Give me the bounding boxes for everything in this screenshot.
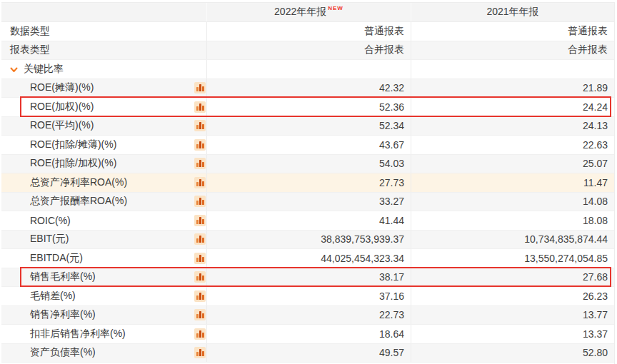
table-row-metric-15[interactable]: 销售净利率(%)22.7313.77 (1, 306, 614, 325)
row-label: ROE(平均)(%) (30, 119, 94, 132)
table-row-metric-17[interactable]: 资产负债率(%)49.5752.80 (1, 344, 614, 363)
table-row-metric-3[interactable]: ROE(摊薄)(%)42.3221.89 (1, 79, 614, 98)
row-label: ROE(扣除/加权)(%) (30, 157, 116, 170)
row-label-cell: 关键比率 (1, 60, 207, 79)
bar-chart-icon[interactable] (194, 309, 206, 320)
value-2022: 合并报表 (207, 41, 411, 60)
header-empty-cell (1, 3, 207, 21)
value-2021: 合并报表 (411, 41, 614, 60)
row-label: ROIC(%) (30, 215, 71, 226)
value-2022: 22.73 (207, 306, 411, 325)
bar-chart-icon[interactable] (194, 253, 206, 264)
row-label-cell: ROE(平均)(%) (1, 117, 207, 136)
table-row-metric-11[interactable]: EBIT(元)38,839,753,939.3710,734,835,874.4… (1, 231, 614, 250)
table-row-metric-9[interactable]: 总资产报酬率ROA(%)33.2714.08 (1, 193, 614, 212)
row-label-cell: 销售净利率(%) (1, 306, 207, 325)
row-label: EBITDA(元) (30, 252, 83, 265)
row-label: 资产负债率(%) (30, 346, 96, 359)
value-2021: 24.24 (411, 98, 614, 116)
row-label: ROE(加权)(%) (30, 101, 94, 113)
table-row-metric-5[interactable]: ROE(平均)(%)52.3424.13 (1, 117, 614, 136)
table-row-meta-1: 报表类型合并报表合并报表 (1, 41, 614, 61)
value-2022: 普通报表 (207, 22, 411, 41)
value-2022: 54.03 (207, 155, 411, 173)
value-2022: 52.36 (207, 98, 411, 116)
value-2022: 43.67 (207, 136, 411, 154)
row-label-cell: 资产负债率(%) (1, 344, 207, 363)
value-2022: 52.34 (207, 117, 411, 136)
row-label: 扣非后销售净利率(%) (30, 328, 126, 340)
row-label: ROE(摊薄)(%) (30, 81, 94, 94)
table-row-metric-6[interactable]: ROE(扣除/摊薄)(%)43.6722.63 (1, 136, 614, 155)
table-header-row: 2022年年报NEW 2021年年报 (1, 3, 614, 22)
bar-chart-icon[interactable] (194, 196, 206, 207)
value-2021: 14.08 (411, 193, 614, 211)
row-label-cell: ROE(扣除/摊薄)(%) (1, 136, 207, 154)
row-label: 报表类型 (10, 44, 50, 56)
row-label-cell: 数据类型 (1, 22, 207, 41)
bar-chart-icon[interactable] (194, 158, 206, 169)
table-body: 数据类型普通报表普通报表报表类型合并报表合并报表关键比率ROE(摊薄)(%)42… (1, 22, 614, 363)
bar-chart-icon[interactable] (194, 82, 206, 93)
bar-chart-icon[interactable] (194, 139, 206, 151)
value-2021: 18.08 (411, 211, 614, 230)
row-label-cell: 总资产净利率ROA(%) (1, 173, 207, 192)
value-2021: 13.37 (411, 325, 614, 343)
value-2022: 44,025,454,323.34 (207, 249, 411, 268)
bar-chart-icon[interactable] (194, 215, 206, 226)
row-label: ROE(扣除/摊薄)(%) (30, 138, 116, 151)
value-2022: 41.44 (207, 211, 411, 230)
header-2021-label: 2021年年报 (486, 6, 538, 19)
bar-chart-icon[interactable] (194, 101, 206, 113)
value-2022: 49.57 (207, 344, 411, 363)
row-label-cell: EBITDA(元) (1, 249, 207, 268)
bar-chart-icon[interactable] (194, 347, 206, 358)
value-2021: 13,550,274,054.85 (411, 249, 614, 268)
financial-report-table-app: 2022年年报NEW 2021年年报 数据类型普通报表普通报表报表类型合并报表合… (0, 0, 617, 364)
value-2022: 38.17 (207, 268, 411, 287)
table-row-metric-16[interactable]: 扣非后销售净利率(%)18.6413.37 (1, 325, 614, 344)
value-2021 (411, 60, 614, 79)
row-label: EBIT(元) (30, 233, 69, 246)
row-label-cell: ROIC(%) (1, 211, 207, 230)
table-row-metric-10[interactable]: ROIC(%)41.4418.08 (1, 211, 614, 231)
header-column-2022[interactable]: 2022年年报NEW (207, 3, 411, 21)
row-label-cell: 毛销差(%) (1, 287, 207, 305)
value-2021: 26.23 (411, 287, 614, 305)
table-row-metric-8[interactable]: 总资产净利率ROA(%)27.7311.47 (1, 173, 614, 193)
value-2021: 27.68 (411, 268, 614, 287)
row-label-cell: 报表类型 (1, 41, 207, 60)
table-row-section-2[interactable]: 关键比率 (1, 60, 614, 79)
bar-chart-icon[interactable] (194, 290, 206, 302)
bar-chart-icon[interactable] (194, 120, 206, 131)
row-label: 毛销差(%) (30, 290, 76, 303)
row-label-cell: EBIT(元) (1, 231, 207, 249)
bar-chart-icon[interactable] (194, 328, 206, 340)
value-2022: 18.64 (207, 325, 411, 343)
row-label: 数据类型 (10, 25, 50, 38)
row-label: 销售净利率(%) (30, 308, 96, 321)
bar-chart-icon[interactable] (194, 271, 206, 283)
bar-chart-icon[interactable] (194, 177, 206, 188)
row-label: 销售毛利率(%) (30, 271, 96, 283)
row-label-cell: 总资产报酬率ROA(%) (1, 193, 207, 211)
value-2021: 22.63 (411, 136, 614, 154)
row-label-cell: ROE(扣除/加权)(%) (1, 155, 207, 173)
table-row-metric-13[interactable]: 销售毛利率(%)38.1727.68 (1, 268, 614, 288)
value-2021: 10,734,835,874.44 (411, 231, 614, 249)
value-2022: 38,839,753,939.37 (207, 231, 411, 249)
table-row-metric-7[interactable]: ROE(扣除/加权)(%)54.0325.07 (1, 155, 614, 174)
table-row-meta-0: 数据类型普通报表普通报表 (1, 22, 614, 41)
table-row-metric-4[interactable]: ROE(加权)(%)52.3624.24 (1, 98, 614, 117)
new-badge: NEW (328, 5, 343, 11)
row-label-cell: 扣非后销售净利率(%) (1, 325, 207, 343)
bar-chart-icon[interactable] (194, 233, 206, 245)
chevron-down-icon[interactable] (10, 67, 18, 73)
value-2021: 11.47 (411, 173, 614, 192)
table-row-metric-12[interactable]: EBITDA(元)44,025,454,323.3413,550,274,054… (1, 249, 614, 268)
row-label-cell: 销售毛利率(%) (1, 268, 207, 287)
value-2022: 33.27 (207, 193, 411, 211)
table-row-metric-14[interactable]: 毛销差(%)37.1626.23 (1, 287, 614, 306)
row-label-cell: ROE(加权)(%) (1, 98, 207, 116)
header-column-2021[interactable]: 2021年年报 (411, 3, 614, 21)
